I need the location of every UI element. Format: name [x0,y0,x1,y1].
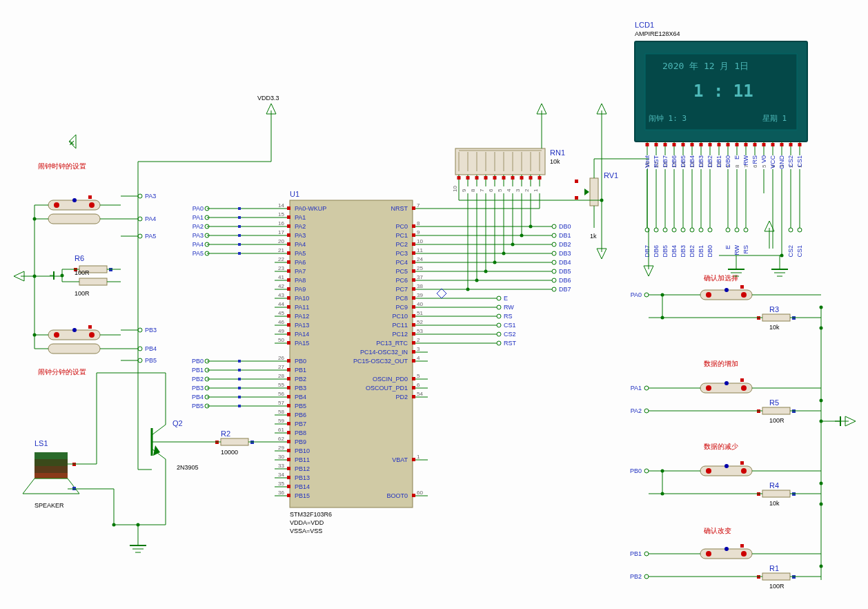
svg-rect-583 [238,243,241,246]
svg-rect-30 [287,269,290,273]
section-alarm-hour: 闹钟时钟的设置 [38,162,86,170]
rn1-ref: RN1 [550,148,565,157]
junction [820,327,823,330]
svg-text:PB2: PB2 [192,376,204,383]
svg-rect-78 [287,386,290,389]
lcd-line3a: 闹钟 1: 3 [649,114,687,123]
svg-text:PC8: PC8 [395,295,408,302]
svg-rect-6 [287,215,290,219]
r2-value: 10000 [221,449,238,456]
svg-text:RS: RS [504,313,513,320]
rv1-value: 1k [590,233,597,240]
svg-text:6: 6 [417,382,420,388]
svg-point-446 [72,328,77,332]
svg-text:RW: RW [504,304,514,311]
svg-text:PA2: PA2 [295,223,306,230]
svg-rect-158 [412,278,415,282]
svg-text:PA3: PA3 [295,232,306,239]
svg-rect-166 [412,296,415,300]
svg-text:57: 57 [278,400,284,406]
svg-text:PB4: PB4 [145,345,157,352]
svg-point-418 [89,202,95,208]
svg-text:60: 60 [417,490,423,496]
svg-text:10: 10 [452,186,458,192]
svg-text:PA3: PA3 [193,232,204,239]
svg-text:34: 34 [278,472,284,478]
svg-text:PC0: PC0 [395,223,408,230]
svg-rect-210 [412,458,415,461]
svg-text:7: 7 [479,188,485,192]
svg-text:PB2: PB2 [295,376,306,383]
svg-rect-579 [238,234,241,237]
svg-text:PC15-OSC32_OUT: PC15-OSC32_OUT [353,358,408,365]
svg-text:23: 23 [278,265,284,271]
svg-rect-516 [762,490,790,497]
svg-rect-186 [412,341,415,345]
svg-text:PA1: PA1 [193,214,204,221]
svg-text:55: 55 [278,382,284,388]
svg-text:PA0: PA0 [193,205,204,212]
svg-point-532 [741,551,747,557]
svg-text:PB12: PB12 [295,465,310,472]
svg-text:PB0: PB0 [295,358,306,365]
svg-text:CS1: CS1 [796,155,803,168]
svg-text:PB5: PB5 [145,357,157,364]
svg-point-445 [89,332,95,338]
svg-rect-70 [287,368,290,371]
svg-text:DB5: DB5 [680,155,687,168]
svg-rect-498 [762,407,790,414]
svg-text:PA0: PA0 [631,291,642,298]
svg-point-514 [724,464,729,468]
svg-rect-235 [520,176,524,180]
svg-rect-392 [34,452,68,459]
svg-rect-251 [484,176,488,180]
svg-text:17: 17 [278,229,284,235]
svg-point-453 [33,334,37,337]
svg-text:56: 56 [278,391,284,397]
svg-rect-178 [412,323,415,327]
svg-text:DB7: DB7 [559,286,571,293]
svg-text:RS: RS [751,155,758,164]
svg-text:DB2: DB2 [689,245,696,258]
svg-text:PC12: PC12 [392,331,408,338]
svg-rect-38 [287,287,290,291]
svg-text:38: 38 [417,283,423,289]
svg-rect-387 [575,180,578,183]
svg-rect-122 [287,485,290,488]
svg-rect-14 [287,233,290,237]
svg-point-475 [706,292,711,298]
svg-text:PB14: PB14 [295,483,310,490]
svg-rect-595 [238,369,241,371]
svg-text:OSCOUT_PD1: OSCOUT_PD1 [366,385,408,392]
svg-point-452 [33,275,37,278]
svg-text:52: 52 [417,319,423,325]
section-confirm-select: 确认加选择 [703,274,738,282]
svg-rect-182 [412,332,415,336]
svg-point-533 [724,547,729,551]
junction [820,565,823,568]
svg-text:RW: RW [733,245,740,255]
svg-rect-82 [287,395,290,398]
svg-text:DB1: DB1 [698,245,704,258]
svg-text:59: 59 [278,418,284,424]
svg-rect-174 [412,314,415,318]
svg-rect-243 [502,176,506,180]
svg-text:V0: V0 [760,155,767,163]
svg-text:46: 46 [278,319,284,325]
svg-point-529 [661,492,664,496]
svg-text:PC11: PC11 [392,322,408,329]
svg-text:54: 54 [417,391,423,397]
svg-rect-46 [287,305,290,309]
svg-text:39: 39 [417,292,423,298]
svg-text:PA4: PA4 [295,241,306,248]
svg-rect-50 [287,314,290,318]
svg-rect-394 [34,466,68,473]
svg-text:9: 9 [417,229,420,235]
svg-point-495 [741,385,747,391]
svg-point-417 [54,202,59,208]
svg-text:-Vout: -Vout [644,155,651,171]
svg-text:PA3: PA3 [145,193,156,200]
svg-rect-114 [287,467,290,470]
svg-text:37: 37 [417,274,423,280]
svg-text:DB2: DB2 [707,155,713,168]
